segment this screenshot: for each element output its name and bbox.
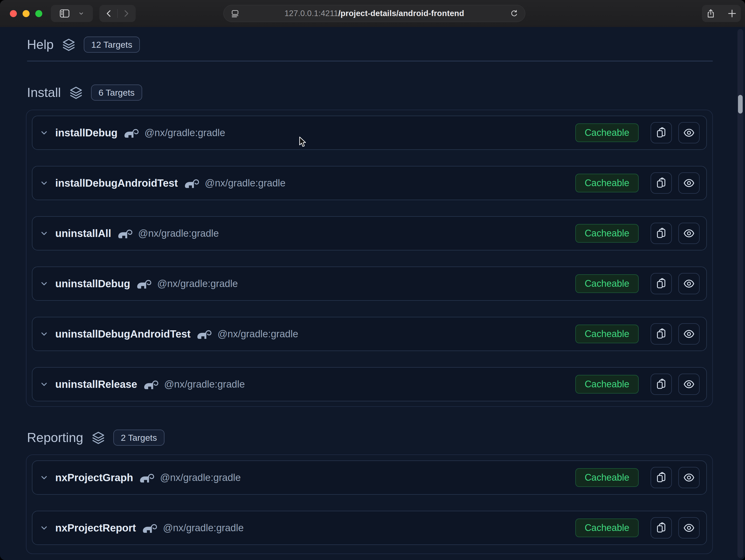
layers-icon [91, 430, 105, 445]
targets-count-badge: 2 Targets [114, 430, 164, 446]
targets-count-badge: 6 Targets [91, 84, 142, 101]
target-row[interactable]: uninstallAll @nx/gradle:gradle Cacheable [32, 216, 707, 250]
new-tab-button[interactable] [726, 8, 738, 19]
target-row[interactable]: uninstallDebugAndroidTest @nx/gradle:gra… [32, 317, 707, 351]
copy-icon [655, 522, 667, 534]
target-executor: @nx/gradle:gradle [144, 127, 225, 138]
section-title: Help [27, 37, 54, 52]
copy-icon [655, 378, 667, 390]
target-executor: @nx/gradle:gradle [160, 472, 241, 483]
close-window-button[interactable] [10, 10, 17, 17]
target-name: installDebug [55, 127, 118, 139]
target-executor: @nx/gradle:gradle [164, 379, 245, 390]
gradle-icon [185, 178, 199, 188]
section-header-install: Install 6 Targets [27, 84, 142, 101]
sidebar-toggle-button[interactable] [51, 5, 93, 22]
reload-button[interactable] [510, 9, 519, 19]
layers-icon [62, 37, 76, 52]
target-row[interactable]: installDebug @nx/gradle:gradle Cacheable [32, 116, 707, 150]
chevron-down-icon[interactable] [39, 229, 49, 238]
project-details-page: Help 12 Targets Install 6 Targets [0, 27, 745, 560]
back-button[interactable] [104, 8, 114, 19]
target-name: installDebugAndroidTest [55, 177, 178, 189]
target-row[interactable]: installDebugAndroidTest @nx/gradle:gradl… [32, 166, 707, 200]
copy-icon [655, 177, 667, 189]
target-row[interactable]: nxProjectGraph @nx/gradle:gradle Cacheab… [32, 460, 707, 495]
target-executor: @nx/gradle:gradle [157, 278, 238, 289]
target-row[interactable]: nxProjectReport @nx/gradle:gradle Cachea… [32, 511, 707, 545]
navigation-buttons [99, 5, 136, 22]
gradle-icon [140, 473, 154, 483]
target-name: uninstallDebug [55, 278, 130, 290]
chevron-down-icon[interactable] [39, 329, 49, 339]
target-executor: @nx/gradle:gradle [163, 522, 244, 533]
chevron-down-icon[interactable] [39, 379, 49, 389]
browser-toolbar: 127.0.0.1:4211/project-details/android-f… [0, 0, 745, 27]
traffic-lights [10, 10, 42, 17]
copy-icon [655, 278, 667, 290]
view-task-button[interactable] [678, 273, 700, 294]
chevron-down-icon[interactable] [39, 178, 49, 188]
copy-icon [655, 127, 667, 139]
copy-task-id-button[interactable] [651, 467, 672, 488]
eye-icon [683, 228, 695, 239]
chevron-down-icon[interactable] [39, 473, 49, 483]
eye-icon [683, 522, 695, 534]
chevron-down-icon[interactable] [39, 523, 49, 533]
view-task-button[interactable] [678, 517, 700, 538]
nav-divider [117, 9, 118, 18]
gradle-icon [118, 229, 133, 239]
section-divider [27, 61, 713, 62]
eye-icon [683, 127, 695, 139]
eye-icon [683, 328, 695, 340]
target-group-install: installDebug @nx/gradle:gradle Cacheable [26, 110, 713, 407]
chevron-down-icon[interactable] [39, 279, 49, 288]
eye-icon [683, 177, 695, 189]
target-row[interactable]: uninstallDebug @nx/gradle:gradle Cacheab… [32, 267, 707, 301]
copy-task-id-button[interactable] [651, 273, 672, 294]
target-name: uninstallDebugAndroidTest [55, 328, 190, 340]
target-row[interactable]: uninstallRelease @nx/gradle:gradle Cache… [32, 367, 707, 401]
target-name: uninstallAll [55, 228, 111, 239]
forward-button[interactable] [121, 8, 131, 19]
copy-task-id-button[interactable] [651, 323, 672, 345]
view-task-button[interactable] [678, 323, 700, 345]
target-name: uninstallRelease [55, 379, 137, 390]
eye-icon [683, 278, 695, 290]
address-bar[interactable]: 127.0.0.1:4211/project-details/android-f… [223, 5, 525, 22]
view-task-button[interactable] [678, 467, 700, 488]
copy-icon [655, 471, 667, 484]
copy-task-id-button[interactable] [651, 223, 672, 244]
share-button[interactable] [705, 8, 716, 19]
section-title: Install [27, 85, 61, 100]
copy-task-id-button[interactable] [651, 122, 672, 143]
copy-task-id-button[interactable] [651, 374, 672, 395]
view-task-button[interactable] [678, 223, 700, 244]
view-task-button[interactable] [678, 374, 700, 395]
toolbar-right-group [702, 5, 741, 22]
browser-window: 127.0.0.1:4211/project-details/android-f… [0, 0, 745, 560]
section-header-help: Help 12 Targets [27, 36, 140, 53]
copy-task-id-button[interactable] [651, 517, 672, 538]
chevron-down-icon [77, 10, 85, 18]
eye-icon [683, 378, 695, 390]
gradle-icon [144, 379, 159, 389]
target-name: nxProjectReport [55, 522, 136, 534]
cacheable-badge: Cacheable [575, 519, 639, 537]
chevron-down-icon[interactable] [39, 128, 49, 138]
cacheable-badge: Cacheable [575, 468, 639, 487]
cacheable-badge: Cacheable [575, 375, 639, 393]
cacheable-badge: Cacheable [575, 174, 639, 193]
view-task-button[interactable] [678, 122, 700, 143]
cacheable-badge: Cacheable [575, 274, 639, 293]
copy-icon [655, 228, 667, 239]
scrollbar-thumb[interactable] [738, 95, 743, 113]
zoom-window-button[interactable] [35, 10, 42, 17]
gradle-icon [197, 329, 212, 339]
minimize-window-button[interactable] [23, 10, 30, 17]
cacheable-badge: Cacheable [575, 124, 639, 142]
url-text: 127.0.0.1:4211/project-details/android-f… [224, 9, 525, 18]
view-task-button[interactable] [678, 172, 700, 194]
copy-task-id-button[interactable] [651, 172, 672, 194]
targets-count-badge: 12 Targets [84, 37, 140, 53]
